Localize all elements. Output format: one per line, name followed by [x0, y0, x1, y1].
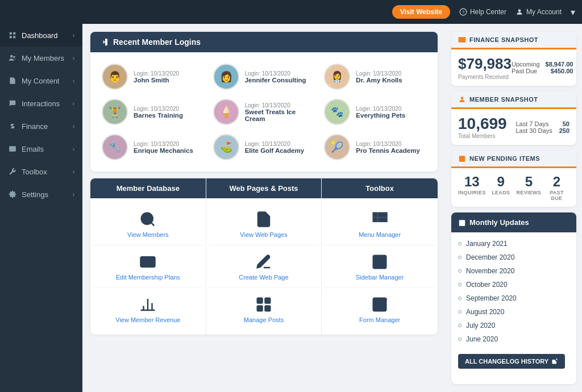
- leads-label: LEADS: [488, 190, 514, 195]
- member-snapshot-card: MEMBER SNAPSHOT 10,699 Total Members Las…: [451, 91, 576, 145]
- monthly-item-sep-2020[interactable]: September 2020: [458, 291, 569, 305]
- ql-label-form-manager: Form Manager: [359, 316, 400, 323]
- monthly-item-jan-2021[interactable]: January 2021: [458, 237, 569, 251]
- bullet: [458, 310, 462, 314]
- ql-item-form-manager[interactable]: Form Manager: [324, 288, 435, 330]
- bullet: [458, 269, 462, 273]
- sidebar-item-settings[interactable]: Settings ›: [0, 183, 82, 206]
- monthly-item-jun-2020[interactable]: June 2020: [458, 332, 569, 346]
- login-date: Login: 10/13/2020: [356, 70, 402, 77]
- svg-text:?: ?: [462, 10, 464, 15]
- ql-item-view-web-pages[interactable]: View Web Pages: [209, 203, 319, 245]
- login-item: 🍦 Login: 10/13/2020 Sweet Treats Ice Cre…: [209, 94, 320, 130]
- avatar: 👨: [102, 64, 128, 90]
- last30-value: 250: [559, 127, 569, 134]
- file-icon: [8, 76, 17, 85]
- pending-items-card: NEW PENDING ITEMS 13 INQUIRIES 9 LEADS 5…: [451, 151, 576, 207]
- pending-items-title: NEW PENDING ITEMS: [469, 155, 540, 162]
- ql-item-manage-posts[interactable]: Manage Posts: [209, 288, 319, 330]
- member-snapshot-title: MEMBER SNAPSHOT: [469, 96, 538, 103]
- sidebar-item-finance[interactable]: Finance ›: [0, 115, 82, 137]
- sidebar-item-dashboard[interactable]: Dashboard ›: [0, 24, 82, 47]
- chevron-icon: ›: [73, 169, 74, 175]
- login-info: Login: 10/13/2020 Elite Golf Academy: [245, 141, 304, 154]
- account-chevron[interactable]: ▾: [571, 7, 575, 18]
- avatar: 🔧: [102, 134, 128, 160]
- pastdue-label: Past Due: [512, 68, 537, 74]
- ql-item-view-members[interactable]: View Members: [93, 203, 203, 245]
- ql-section-toolbox: Toolbox Menu Manager Sidebar Manager: [322, 178, 438, 335]
- login-item: 👨 Login: 10/13/2020 John Smith: [97, 59, 209, 94]
- login-date: Login: 10/13/2020: [134, 70, 179, 77]
- sidebar-item-toolbox[interactable]: Toolbox ›: [0, 160, 82, 183]
- sidebar: Dashboard › My Members › My Content ›: [0, 24, 82, 392]
- login-info: Login: 10/13/2020 Sweet Treats Ice Cream: [245, 102, 315, 122]
- login-name: Enrique Mechanics: [134, 147, 193, 154]
- pending-grid: 13 INQUIRIES 9 LEADS 5 REVIEWS 2 PAST DU…: [458, 174, 569, 201]
- svg-rect-30: [373, 213, 377, 216]
- svg-rect-3: [10, 32, 12, 35]
- pending-inquiries: 13 INQUIRIES: [458, 174, 486, 201]
- monthly-list: January 2021 December 2020 November 2020…: [451, 232, 576, 351]
- monthly-item-jul-2020[interactable]: July 2020: [458, 319, 569, 332]
- sidebar-label-dashboard: Dashboard: [22, 31, 58, 40]
- sidebar-item-my-members[interactable]: My Members ›: [0, 47, 82, 69]
- monthly-item-oct-2020[interactable]: October 2020: [458, 278, 569, 291]
- monthly-item-dec-2020[interactable]: December 2020: [458, 251, 569, 264]
- pastdue-count: 2: [544, 174, 569, 190]
- ql-item-sidebar-manager[interactable]: Sidebar Manager: [324, 245, 435, 288]
- last30-label: Last 30 Days: [516, 127, 552, 134]
- logins-grid: 👨 Login: 10/13/2020 John Smith 👩 Login: …: [90, 52, 438, 172]
- chat-icon: [8, 99, 17, 108]
- svg-rect-27: [265, 298, 270, 303]
- monthly-item-nov-2020[interactable]: November 2020: [458, 264, 569, 278]
- login-item: 👩‍⚕️ Login: 10/13/2020 Dr. Amy Knolls: [319, 59, 431, 94]
- svg-rect-33: [373, 218, 377, 222]
- monthly-updates-card: Monthly Updates January 2021 December 20…: [451, 212, 576, 384]
- chevron-icon: ›: [73, 32, 74, 39]
- login-item: 🏋️ Login: 10/13/2020 Barnes Training: [97, 94, 209, 130]
- finance-snapshot-card: FINANCE SNAPSHOT $79,983 Payments Receiv…: [451, 32, 576, 86]
- sidebar-item-emails[interactable]: Emails ›: [0, 137, 82, 160]
- leads-count: 9: [488, 174, 514, 190]
- svg-point-2: [518, 9, 521, 12]
- login-info: Login: 10/13/2020 Enrique Mechanics: [134, 141, 193, 154]
- ql-item-edit-membership-plans[interactable]: Edit Membership Plans: [93, 245, 203, 288]
- avatar-img: 👨: [103, 65, 127, 89]
- sidebar-item-interactions[interactable]: Interactions ›: [0, 92, 82, 115]
- ql-item-create-web-page[interactable]: Create Web Page: [209, 245, 319, 288]
- chart-bar-icon: [138, 295, 157, 314]
- svg-point-41: [461, 97, 464, 99]
- account-icon: [516, 8, 523, 16]
- ql-item-view-member-revenue[interactable]: View Member Revenue: [93, 288, 203, 330]
- pending-pastdue: 2 PAST DUE: [544, 174, 569, 201]
- sidebar-label-finance: Finance: [22, 122, 48, 131]
- login-name: Dr. Amy Knolls: [356, 77, 402, 84]
- monthly-item-aug-2020[interactable]: August 2020: [458, 305, 569, 319]
- reviews-count: 5: [516, 174, 542, 190]
- avatar-img: 👩: [214, 65, 238, 89]
- changelog-history-button[interactable]: ALL CHANGELOG HISTORY: [458, 354, 565, 369]
- login-name: Jennifer Consulting: [245, 77, 306, 84]
- login-item: 🎾 Login: 10/13/2020 Pro Tennis Academy: [319, 130, 431, 165]
- ql-label-edit-membership-plans: Edit Membership Plans: [116, 274, 180, 281]
- login-name: John Smith: [134, 77, 179, 84]
- avatar: 🎾: [324, 134, 350, 160]
- id-card-icon: [138, 252, 157, 272]
- sidebar-item-my-content[interactable]: My Content ›: [0, 69, 82, 92]
- member-label: Total Members: [458, 133, 507, 139]
- help-icon: ?: [459, 8, 467, 16]
- help-center-link[interactable]: ? Help Center: [459, 8, 506, 16]
- svg-rect-42: [459, 156, 465, 162]
- ql-item-menu-manager[interactable]: Menu Manager: [324, 203, 435, 245]
- sidebar-label-interactions: Interactions: [22, 99, 60, 108]
- my-account-link[interactable]: My Account: [516, 8, 562, 16]
- finance-snapshot-details: Upcoming $8,947.00 Past Due $450.00: [512, 61, 573, 74]
- svg-rect-29: [265, 306, 270, 311]
- right-panel: FINANCE SNAPSHOT $79,983 Payments Receiv…: [446, 24, 582, 392]
- visit-website-button[interactable]: Visit Website: [392, 5, 450, 19]
- pastdue-value: $450.00: [551, 68, 573, 74]
- svg-rect-35: [383, 218, 386, 222]
- dollar-icon: [8, 122, 17, 131]
- svg-rect-26: [257, 298, 263, 303]
